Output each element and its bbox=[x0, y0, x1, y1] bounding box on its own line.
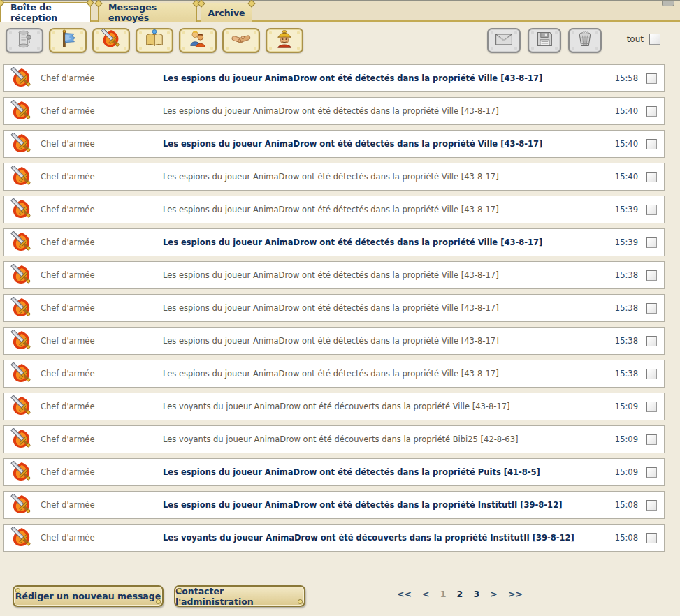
flag-icon bbox=[57, 29, 78, 52]
tab-archive[interactable]: Archive bbox=[201, 3, 252, 22]
message-checkbox[interactable] bbox=[646, 303, 657, 314]
toolbar: tout bbox=[0, 27, 680, 56]
message-checkbox[interactable] bbox=[646, 73, 657, 84]
pagination-next[interactable]: > bbox=[490, 589, 497, 599]
filter-military-officer-button[interactable] bbox=[266, 28, 303, 53]
sword-flame-icon bbox=[10, 133, 34, 155]
message-sender: Chef d'armée bbox=[41, 336, 163, 346]
select-all-checkbox[interactable] bbox=[649, 34, 660, 45]
message-subject[interactable]: Les voyants du joueur AnimaDrow ont été … bbox=[163, 434, 606, 444]
message-subject[interactable]: Les espions du joueur AnimaDrow ont été … bbox=[163, 369, 606, 379]
filter-diplomacy-button[interactable] bbox=[222, 28, 260, 53]
message-row[interactable]: Chef d'armée Les espions du joueur Anima… bbox=[3, 458, 665, 486]
message-time: 15:38 bbox=[606, 369, 638, 379]
message-subject[interactable]: Les espions du joueur AnimaDrow ont été … bbox=[163, 336, 606, 346]
pagination-prev[interactable]: < bbox=[422, 589, 429, 599]
message-checkbox[interactable] bbox=[646, 500, 657, 511]
compose-message-button[interactable]: Rédiger un nouveau message bbox=[13, 585, 164, 607]
delete-button[interactable] bbox=[568, 28, 602, 53]
message-time: 15:39 bbox=[606, 205, 638, 214]
citizens-icon bbox=[187, 29, 208, 52]
sword-flame-icon bbox=[10, 527, 34, 549]
message-checkbox[interactable] bbox=[646, 172, 657, 182]
soldier-icon bbox=[274, 29, 295, 52]
filter-combat-reports-button[interactable] bbox=[92, 28, 130, 53]
message-subject[interactable]: Les espions du joueur AnimaDrow ont été … bbox=[163, 139, 606, 149]
filter-military-flag-button[interactable] bbox=[49, 28, 87, 53]
pagination-first[interactable]: << bbox=[397, 589, 412, 599]
message-subject[interactable]: Les espions du joueur AnimaDrow ont été … bbox=[163, 172, 606, 182]
pagination-last[interactable]: >> bbox=[508, 589, 523, 599]
message-sender: Chef d'armée bbox=[41, 533, 163, 543]
message-checkbox[interactable] bbox=[646, 369, 657, 379]
sword-flame-icon bbox=[10, 67, 34, 89]
sword-flame-icon bbox=[10, 297, 34, 319]
message-subject[interactable]: Les espions du joueur AnimaDrow ont été … bbox=[163, 106, 606, 116]
message-row[interactable]: Chef d'armée Les espions du joueur Anima… bbox=[3, 228, 665, 256]
message-row[interactable]: Chef d'armée Les espions du joueur Anima… bbox=[3, 327, 665, 355]
message-row[interactable]: Chef d'armée Les espions du joueur Anima… bbox=[3, 163, 665, 191]
message-checkbox[interactable] bbox=[646, 270, 657, 281]
message-row[interactable]: Chef d'armée Les espions du joueur Anima… bbox=[3, 261, 665, 289]
message-sender: Chef d'armée bbox=[41, 467, 163, 477]
message-row[interactable]: Chef d'armée Les voyants du joueur Anima… bbox=[3, 425, 665, 453]
filter-science-reports-button[interactable] bbox=[136, 28, 173, 53]
message-sender: Chef d'armée bbox=[41, 106, 163, 116]
message-row[interactable]: Chef d'armée Les voyants du joueur Anima… bbox=[3, 524, 665, 552]
contact-admin-button[interactable]: Contacter l'administration bbox=[174, 585, 305, 607]
message-row[interactable]: Chef d'armée Les espions du joueur Anima… bbox=[3, 130, 665, 158]
message-sender: Chef d'armée bbox=[41, 205, 163, 214]
sword-flame-icon bbox=[10, 100, 34, 122]
hands-icon bbox=[231, 29, 252, 52]
message-row[interactable]: Chef d'armée Les espions du joueur Anima… bbox=[3, 64, 665, 92]
sword-flame-icon bbox=[10, 428, 34, 450]
sword-flame-icon bbox=[10, 264, 34, 286]
message-row[interactable]: Chef d'armée Les espions du joueur Anima… bbox=[3, 196, 665, 223]
message-checkbox[interactable] bbox=[646, 402, 657, 412]
message-sender: Chef d'armée bbox=[41, 73, 163, 83]
message-sender: Chef d'armée bbox=[41, 237, 163, 247]
message-checkbox[interactable] bbox=[646, 205, 657, 215]
message-row[interactable]: Chef d'armée Les espions du joueur Anima… bbox=[3, 360, 665, 388]
message-sender: Chef d'armée bbox=[41, 369, 163, 379]
message-checkbox[interactable] bbox=[646, 106, 657, 117]
mark-read-button[interactable] bbox=[487, 28, 521, 53]
filter-all-messages-button[interactable] bbox=[6, 28, 43, 53]
message-checkbox[interactable] bbox=[646, 237, 657, 248]
message-subject[interactable]: Les voyants du joueur AnimaDrow ont été … bbox=[163, 533, 606, 543]
message-row[interactable]: Chef d'armée Les voyants du joueur Anima… bbox=[3, 393, 665, 420]
message-checkbox[interactable] bbox=[646, 336, 657, 346]
message-subject[interactable]: Les espions du joueur AnimaDrow ont été … bbox=[163, 303, 606, 313]
message-row[interactable]: Chef d'armée Les espions du joueur Anima… bbox=[3, 294, 665, 322]
message-time: 15:09 bbox=[606, 434, 638, 444]
message-subject[interactable]: Les espions du joueur AnimaDrow ont été … bbox=[163, 73, 606, 83]
message-checkbox[interactable] bbox=[646, 434, 657, 445]
pagination-page-2[interactable]: 2 bbox=[457, 589, 463, 599]
sword-flame-icon bbox=[10, 231, 34, 254]
message-checkbox[interactable] bbox=[646, 533, 657, 543]
message-subject[interactable]: Les espions du joueur AnimaDrow ont été … bbox=[163, 270, 606, 280]
message-subject[interactable]: Les espions du joueur AnimaDrow ont été … bbox=[163, 237, 606, 247]
message-subject[interactable]: Les espions du joueur AnimaDrow ont été … bbox=[163, 205, 606, 214]
scroll-icon bbox=[14, 29, 35, 52]
sword-flame-icon bbox=[10, 166, 34, 188]
message-checkbox[interactable] bbox=[646, 467, 657, 478]
message-time: 15:38 bbox=[606, 270, 638, 280]
pagination-page-3[interactable]: 3 bbox=[473, 589, 479, 599]
message-sender: Chef d'armée bbox=[41, 139, 163, 149]
message-checkbox[interactable] bbox=[646, 139, 657, 149]
trash-icon bbox=[576, 30, 594, 51]
tab-sent-messages[interactable]: Messages envoyés bbox=[98, 3, 197, 22]
archive-button[interactable] bbox=[528, 28, 561, 53]
message-subject[interactable]: Les voyants du joueur AnimaDrow ont été … bbox=[163, 402, 606, 411]
message-subject[interactable]: Les espions du joueur AnimaDrow ont été … bbox=[163, 467, 606, 477]
message-sender: Chef d'armée bbox=[41, 402, 163, 411]
tab-inbox[interactable]: Boîte de réception bbox=[0, 2, 91, 22]
pagination-page-1: 1 bbox=[440, 589, 447, 599]
message-row[interactable]: Chef d'armée Les espions du joueur Anima… bbox=[3, 97, 665, 125]
message-row[interactable]: Chef d'armée Les espions du joueur Anima… bbox=[3, 491, 665, 519]
message-subject[interactable]: Les espions du joueur AnimaDrow ont été … bbox=[163, 500, 606, 510]
sword-flame-icon bbox=[10, 330, 34, 352]
filter-citizens-button[interactable] bbox=[179, 28, 217, 53]
sword-flame-icon bbox=[10, 198, 34, 221]
